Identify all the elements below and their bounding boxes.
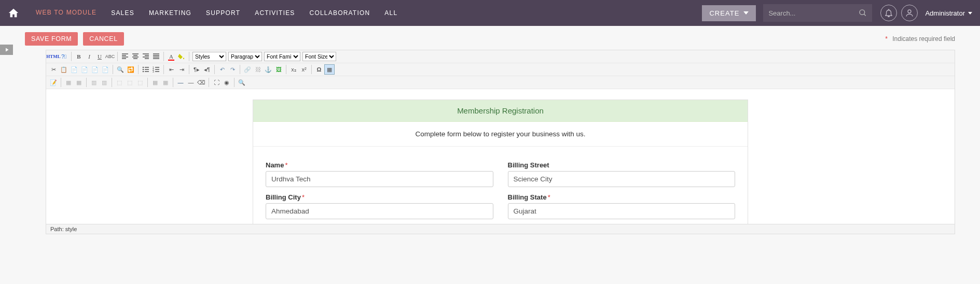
svg-text:3: 3 — [153, 70, 154, 73]
print-button[interactable]: 🔍 — [237, 77, 247, 88]
unlink-button[interactable]: ⛓ — [253, 64, 263, 75]
hr-button[interactable]: — — [175, 77, 186, 88]
notifications-icon[interactable] — [880, 5, 897, 21]
paste-text-button[interactable]: 📄 — [79, 64, 90, 75]
bullet-list-button[interactable] — [141, 64, 151, 75]
user-menu[interactable]: Administrator — [925, 9, 972, 17]
split-button[interactable]: ▦ — [160, 77, 171, 88]
row-before-button[interactable]: ▦ — [63, 77, 74, 88]
strikethrough-button[interactable]: ABC — [105, 51, 115, 62]
dropdown-icon — [743, 11, 749, 15]
create-label: CREATE — [709, 9, 739, 17]
col-before-button[interactable]: ▥ — [89, 77, 99, 88]
search-input[interactable] — [768, 9, 859, 17]
search-box[interactable] — [763, 4, 872, 22]
row-after-button[interactable]: ▦ — [74, 77, 84, 88]
rtl-button[interactable]: ◂¶ — [202, 64, 212, 75]
col-after-button[interactable]: ▥ — [99, 77, 109, 88]
paste-word-button[interactable]: 📄 — [90, 64, 100, 75]
fullscreen-button[interactable]: ⛶ — [211, 77, 222, 88]
ltr-button[interactable]: ¶▸ — [191, 64, 202, 75]
nav-item-activities[interactable]: ACTIVITIES — [247, 0, 302, 26]
italic-button[interactable]: I — [84, 51, 94, 62]
nav-item-collaboration[interactable]: COLLABORATION — [302, 0, 378, 26]
preview-button[interactable]: ◉ — [222, 77, 232, 88]
styles-select[interactable]: Styles — [192, 52, 226, 61]
font-size-select[interactable]: Font Size — [302, 52, 336, 61]
editor-canvas[interactable]: Membership Registration Complete form be… — [46, 89, 955, 224]
nav-items: WEB TO MODULESALESMARKETINGSUPPORTACTIVI… — [29, 0, 405, 26]
merge-button[interactable]: ▦ — [150, 77, 160, 88]
font-family-select[interactable]: Font Family — [264, 52, 300, 61]
delete-row-button[interactable]: ⬚ — [114, 77, 125, 88]
undo-button[interactable]: ↶ — [217, 64, 227, 75]
path-bar: Path: style — [46, 224, 955, 234]
svg-point-5 — [143, 71, 144, 72]
create-button[interactable]: CREATE — [702, 5, 756, 21]
cancel-button[interactable]: CANCEL — [83, 32, 123, 46]
billing-state-label: Billing State* — [508, 193, 736, 201]
required-indicator: * Indicates required field — [885, 35, 955, 42]
subscript-button[interactable]: x₂ — [288, 64, 299, 75]
required-star-icon: * — [885, 35, 888, 42]
image-button[interactable]: 🖼 — [273, 64, 284, 75]
number-list-button[interactable]: 123 — [151, 64, 161, 75]
eraser-button[interactable]: ⌫ — [196, 77, 206, 88]
anchor-button[interactable]: ⚓ — [263, 64, 273, 75]
html-source-button[interactable]: HTML — [48, 51, 59, 62]
billing-city-input[interactable] — [266, 203, 493, 219]
side-expand-tab[interactable] — [0, 45, 13, 55]
svg-point-3 — [143, 67, 144, 68]
table-button[interactable]: ▦ — [324, 64, 335, 75]
user-name: Administrator — [925, 9, 965, 17]
toolbar-row-2: ✂ 📋 📄 📄 📄 📄 🔍 🔁 123 ⇤ ⇥ ¶▸ ◂¶ ↶ ↷ 🔗 ⛓ ⚓ … — [46, 63, 955, 76]
remove-format-button[interactable]: — — [186, 77, 196, 88]
edit-button[interactable]: 📝 — [48, 77, 59, 88]
name-label: Name* — [266, 161, 493, 169]
align-left-button[interactable] — [120, 51, 130, 62]
name-input[interactable] — [266, 171, 493, 187]
help-icon[interactable]: ?⃝ — [59, 51, 69, 62]
billing-state-input[interactable] — [508, 203, 736, 219]
bold-button[interactable]: B — [74, 51, 84, 62]
find-button[interactable]: 🔍 — [115, 64, 126, 75]
outdent-button[interactable]: ⇤ — [166, 64, 176, 75]
text-color-button[interactable]: A — [166, 51, 176, 62]
billing-city-label: Billing City* — [266, 193, 493, 201]
paste-button[interactable]: 📄 — [69, 64, 79, 75]
delete-col-button[interactable]: ⬚ — [125, 77, 135, 88]
nav-item-marketing[interactable]: MARKETING — [142, 0, 199, 26]
cut-button[interactable]: ✂ — [48, 64, 59, 75]
bg-color-button[interactable] — [176, 51, 187, 62]
nav-item-web-to-module[interactable]: WEB TO MODULE — [29, 0, 104, 24]
superscript-button[interactable]: x² — [299, 64, 309, 75]
svg-point-0 — [860, 10, 865, 15]
align-center-button[interactable] — [130, 51, 141, 62]
replace-button[interactable]: 🔁 — [126, 64, 136, 75]
form-card: Membership Registration Complete form be… — [253, 100, 748, 224]
nav-item-support[interactable]: SUPPORT — [199, 0, 247, 26]
link-button[interactable]: 🔗 — [242, 64, 253, 75]
underline-button[interactable]: U — [94, 51, 105, 62]
nav-item-all[interactable]: ALL — [377, 0, 405, 26]
home-icon[interactable] — [8, 7, 19, 19]
top-nav: WEB TO MODULESALESMARKETINGSUPPORTACTIVI… — [0, 0, 980, 26]
paragraph-select[interactable]: Paragraph — [228, 52, 262, 61]
save-button[interactable]: SAVE FORM — [25, 32, 78, 46]
svg-point-2 — [908, 10, 911, 13]
align-right-button[interactable] — [141, 51, 151, 62]
align-justify-button[interactable] — [151, 51, 161, 62]
billing-street-input[interactable] — [508, 171, 736, 187]
indent-button[interactable]: ⇥ — [176, 64, 187, 75]
form-subtitle: Complete form below to register your bus… — [253, 122, 748, 147]
user-icon[interactable] — [901, 5, 918, 21]
paste-special-button[interactable]: 📄 — [100, 64, 111, 75]
svg-line-1 — [864, 14, 865, 16]
special-char-button[interactable]: Ω — [314, 64, 324, 75]
copy-button[interactable]: 📋 — [59, 64, 69, 75]
split-cell-button[interactable]: ⬚ — [135, 77, 145, 88]
toolbar-row-1: HTML ?⃝ B I U ABC A Styles Paragraph Fon… — [46, 50, 955, 63]
search-icon[interactable] — [859, 8, 867, 18]
nav-item-sales[interactable]: SALES — [104, 0, 142, 26]
redo-button[interactable]: ↷ — [227, 64, 238, 75]
